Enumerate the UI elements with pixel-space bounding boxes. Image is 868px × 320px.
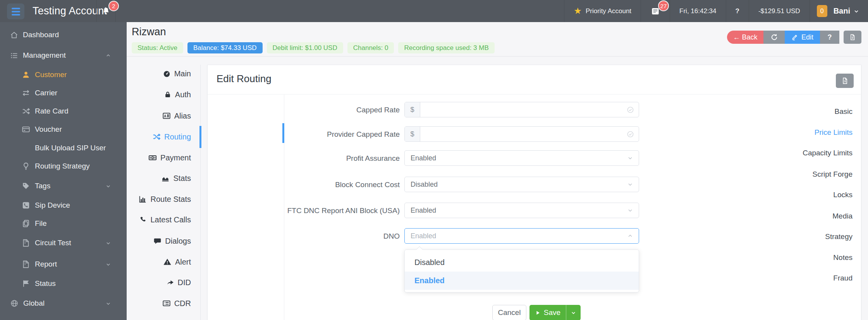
share-icon xyxy=(166,279,174,287)
tab-strategy[interactable]: Strategy xyxy=(825,232,853,241)
priority-account-button[interactable]: ★ Priority Account xyxy=(564,0,641,22)
menu-item-cdr[interactable]: CDR xyxy=(162,298,191,309)
menu-item-alias[interactable]: Alias xyxy=(162,110,191,122)
dropdown-option-enabled[interactable]: Enabled xyxy=(405,272,639,290)
chevron-down-icon xyxy=(627,155,633,161)
list-alt-icon xyxy=(162,299,171,308)
bar-chart-icon xyxy=(138,195,147,203)
sidebar-item-dashboard[interactable]: Dashboard xyxy=(0,28,127,41)
menu-item-dialogs[interactable]: Dialogs xyxy=(153,235,191,247)
dno-select[interactable]: Enabled xyxy=(404,228,639,244)
recording-space-badge: Recording space used: 3 MB xyxy=(398,42,494,53)
priority-account-label: Priority Account xyxy=(586,7,631,15)
tab-script-forge[interactable]: Script Forge xyxy=(813,170,853,179)
sidebar-item-sip-device[interactable]: Sip Device xyxy=(0,199,127,212)
back-button[interactable]: ← Back xyxy=(727,31,763,44)
menu-item-route-stats[interactable]: Route Stats xyxy=(138,193,191,205)
user-menu[interactable]: Bani xyxy=(827,0,868,22)
file-archive-icon xyxy=(22,260,35,268)
chevron-down-icon xyxy=(105,183,116,189)
menu-item-latest-calls[interactable]: Latest Calls xyxy=(139,214,191,225)
provider-capped-rate-input[interactable] xyxy=(420,127,627,141)
panel-document-button[interactable] xyxy=(836,74,854,88)
block-connect-cost-label: Block Connect Cost xyxy=(218,181,400,189)
tag-icon xyxy=(22,182,35,190)
header-help-button[interactable]: ? xyxy=(726,0,749,22)
menu-item-did[interactable]: DID xyxy=(166,277,191,288)
account-title: Testing Account xyxy=(33,5,107,17)
menu-item-main[interactable]: Main xyxy=(163,68,191,79)
sidebar-item-bulk-upload-sip-user[interactable]: Bulk Upload SIP User xyxy=(0,141,127,155)
provider-capped-rate-field: $ xyxy=(404,126,639,142)
tab-media[interactable]: Media xyxy=(832,212,853,220)
play-icon xyxy=(535,310,541,316)
balance-badge: Balance: $74.33 USD xyxy=(187,42,263,53)
refresh-button[interactable] xyxy=(763,31,785,44)
warning-count-badge[interactable]: 0 xyxy=(817,5,827,17)
tab-basic[interactable]: Basic xyxy=(835,107,853,116)
debit-limit-badge: Debit limit: $1.00 USD xyxy=(267,42,343,53)
tab-price-limits[interactable]: Price Limits xyxy=(815,128,853,137)
phone-icon xyxy=(139,216,147,224)
save-options-caret[interactable] xyxy=(566,305,581,320)
user-name: Bani xyxy=(834,7,850,15)
queue-button[interactable]: 27 xyxy=(641,0,670,22)
dropdown-notch xyxy=(416,246,423,253)
shuffle-icon xyxy=(22,107,35,115)
user-icon xyxy=(22,71,35,79)
balance-button[interactable]: -$129.51 USD xyxy=(749,0,810,22)
comment-icon xyxy=(153,237,162,245)
help-button[interactable]: ? xyxy=(820,31,839,44)
sidebar-item-circuit-test[interactable]: Circuit Test xyxy=(0,236,127,249)
menu-item-stats[interactable]: Stats xyxy=(161,172,191,184)
block-connect-cost-select[interactable]: Disabled xyxy=(404,177,639,192)
cancel-button[interactable]: Cancel xyxy=(492,305,526,320)
status-badge: Status: Active xyxy=(132,42,183,53)
capped-rate-input[interactable] xyxy=(420,102,627,117)
question-mark-icon: ? xyxy=(736,7,739,15)
sidebar-item-carrier[interactable]: Carrier xyxy=(0,86,127,100)
sidebar-toggle-button[interactable] xyxy=(7,3,24,19)
sidebar-item-customer[interactable]: Customer xyxy=(0,68,127,81)
dollar-prefix: $ xyxy=(405,127,420,141)
menu-item-routing[interactable]: Routing xyxy=(152,131,191,143)
warning-icon xyxy=(163,258,172,266)
menu-item-alert[interactable]: Alert xyxy=(163,256,191,268)
notifications-button[interactable]: 2 xyxy=(96,0,116,22)
panel-title: Edit Routing xyxy=(217,73,272,85)
customer-section-menu: Main Auth Alias Routing Payment Stats Ro… xyxy=(129,65,200,320)
tab-notes[interactable]: Notes xyxy=(833,253,853,262)
tab-capacity-limits[interactable]: Capacity Limits xyxy=(803,149,853,157)
lightbulb-icon xyxy=(22,162,35,170)
dropdown-option-disabled[interactable]: Disabled xyxy=(405,253,639,272)
datetime-label: Fri, 16:42:34 xyxy=(679,7,716,15)
save-button-main[interactable]: Save xyxy=(529,305,566,320)
sidebar-item-global[interactable]: Global xyxy=(0,297,127,310)
sidebar-item-status[interactable]: Status xyxy=(0,277,127,290)
menu-item-auth[interactable]: Auth xyxy=(164,89,191,100)
area-chart-icon xyxy=(161,174,170,182)
document-button[interactable] xyxy=(844,31,861,44)
sidebar: Dashboard Management Customer Carrier Ra… xyxy=(0,22,127,320)
sidebar-item-routing-strategy[interactable]: Routing Strategy xyxy=(0,160,127,173)
provider-capped-rate-label: Provider Capped Rate xyxy=(218,130,400,139)
sidebar-item-rate-card[interactable]: Rate Card xyxy=(0,105,127,118)
sidebar-item-report[interactable]: Report xyxy=(0,258,127,271)
list-icon xyxy=(10,52,23,60)
tab-fraud[interactable]: Fraud xyxy=(833,274,853,282)
ftc-dnc-select[interactable]: Enabled xyxy=(404,203,639,218)
chevron-down-icon xyxy=(105,301,116,306)
capped-rate-label: Capped Rate xyxy=(218,106,400,114)
sidebar-item-tags[interactable]: Tags xyxy=(0,179,127,193)
clock-button[interactable]: Fri, 16:42:34 xyxy=(670,0,725,22)
customer-toolbar: Rizwan Status: Active Balance: $74.33 US… xyxy=(127,22,868,57)
save-button[interactable]: Save xyxy=(529,305,581,320)
edit-button[interactable]: Edit xyxy=(785,31,820,44)
sidebar-item-management[interactable]: Management xyxy=(0,49,127,62)
profit-assurance-select[interactable]: Enabled xyxy=(404,150,639,166)
tab-locks[interactable]: Locks xyxy=(833,191,853,199)
chevron-down-icon xyxy=(627,181,633,188)
sidebar-item-file[interactable]: File xyxy=(0,217,127,230)
menu-item-payment[interactable]: Payment xyxy=(148,152,191,163)
sidebar-item-voucher[interactable]: Voucher xyxy=(0,123,127,136)
